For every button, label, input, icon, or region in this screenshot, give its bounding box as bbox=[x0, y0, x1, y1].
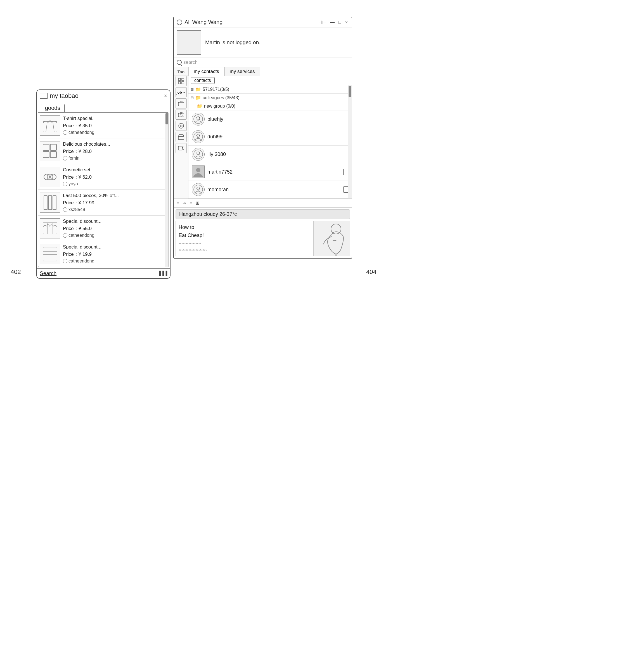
minimize-button[interactable]: — bbox=[329, 20, 336, 25]
toolbar-btn-1[interactable]: ≡ bbox=[177, 201, 179, 206]
sidebar-icon-store[interactable] bbox=[175, 132, 187, 142]
news-title: How to Eat Cheap! bbox=[178, 223, 311, 240]
svg-point-53 bbox=[197, 188, 197, 189]
close-button[interactable]: × bbox=[164, 93, 167, 99]
contact-name: lily 3080 bbox=[207, 152, 348, 157]
svg-point-44 bbox=[199, 135, 200, 136]
toolbar-btn-3[interactable]: ≡ bbox=[190, 201, 192, 206]
contact-group-row[interactable]: ⊟ 📁 colleagues (35/43) bbox=[189, 94, 352, 102]
item-details: Last 500 pieces, 30% off... Price：¥ 17.9… bbox=[63, 192, 119, 213]
contact-name: momoran bbox=[207, 187, 341, 193]
seller-avatar-icon bbox=[63, 259, 67, 263]
svg-point-33 bbox=[182, 125, 182, 126]
item-seller: xsz8548 bbox=[63, 206, 119, 213]
contact-avatar bbox=[192, 148, 205, 161]
contacts-scrollbar[interactable] bbox=[348, 85, 352, 199]
close-button[interactable]: × bbox=[344, 20, 349, 25]
item-details: Special discount... Price：¥ 19.9 catheen… bbox=[63, 244, 101, 264]
item-seller: catheendong bbox=[63, 258, 101, 264]
svg-point-54 bbox=[199, 188, 200, 189]
collapse-icon: ⊟ bbox=[191, 96, 194, 100]
label-404: 404 bbox=[366, 268, 376, 276]
search-input-placeholder[interactable]: search bbox=[184, 59, 349, 65]
items-list: T-shirt special. Price：¥ 35.0 catheendon… bbox=[38, 112, 169, 267]
contact-group-row[interactable]: ⊞ 📁 5719171(3/5) bbox=[189, 85, 352, 94]
contact-row[interactable]: lily 3080 bbox=[189, 146, 352, 163]
list-item[interactable]: Delicious chocolates... Price：¥ 28.0 fom… bbox=[38, 138, 168, 164]
svg-rect-22 bbox=[178, 78, 180, 81]
svg-point-9 bbox=[47, 174, 53, 180]
toolbar-btn-4[interactable]: ⊞ bbox=[196, 200, 199, 206]
svg-point-43 bbox=[197, 135, 197, 136]
svg-point-38 bbox=[197, 116, 200, 119]
sub-tabs-row: contacts bbox=[189, 76, 352, 85]
folder-icon: 📁 bbox=[195, 87, 201, 92]
item-details: T-shirt special. Price：¥ 35.0 catheendon… bbox=[63, 115, 95, 136]
maximize-button[interactable]: □ bbox=[338, 20, 343, 25]
list-item[interactable]: Cosmetic set... Price：¥ 62.0 yoya bbox=[38, 164, 168, 190]
search-bar: Search ▐▐▐ bbox=[37, 268, 170, 278]
items-scrollbar[interactable] bbox=[165, 113, 168, 267]
sidebar-icon-briefcase[interactable] bbox=[175, 98, 187, 108]
goods-tab[interactable]: goods bbox=[41, 104, 64, 112]
news-text: How to Eat Cheap! **************** *****… bbox=[176, 221, 313, 256]
contact-row[interactable]: bluehjy bbox=[189, 110, 352, 128]
list-item[interactable]: Special discount... Price：¥ 19.9 catheen… bbox=[38, 241, 168, 267]
profile-area: Martin is not logged on. bbox=[174, 28, 352, 58]
list-item[interactable]: Special discount... Price：¥ 55.0 catheen… bbox=[38, 215, 168, 241]
svg-point-52 bbox=[197, 187, 200, 190]
svg-rect-0 bbox=[43, 121, 57, 132]
svg-rect-30 bbox=[180, 112, 182, 113]
contact-row[interactable]: martin7752 bbox=[189, 163, 352, 181]
svg-point-32 bbox=[180, 125, 180, 126]
toolbar-btn-2[interactable]: ⇥ bbox=[183, 200, 186, 206]
status-message: Martin is not logged on. bbox=[205, 39, 261, 46]
tab-my-contacts[interactable]: my contacts bbox=[189, 67, 224, 76]
svg-rect-3 bbox=[43, 144, 49, 150]
item-details: Delicious chocolates... Price：¥ 28.0 fom… bbox=[63, 141, 110, 162]
sidebar-icon-video[interactable] bbox=[175, 143, 187, 153]
contact-avatar bbox=[192, 113, 205, 125]
tab-my-services[interactable]: my services bbox=[224, 67, 260, 76]
svg-rect-12 bbox=[48, 196, 52, 210]
svg-rect-4 bbox=[50, 144, 56, 150]
list-item[interactable]: T-shirt special. Price：¥ 35.0 catheendon… bbox=[38, 113, 168, 138]
contacts-area: my contacts my services contacts ⊞ 📁 571… bbox=[189, 67, 352, 199]
svg-point-10 bbox=[51, 174, 56, 180]
sidebar-icon-job[interactable]: job→ bbox=[175, 87, 187, 97]
search-link[interactable]: Search bbox=[40, 270, 158, 276]
contact-avatar bbox=[192, 183, 205, 196]
folder-icon: 📁 bbox=[195, 95, 201, 100]
svg-rect-36 bbox=[178, 146, 182, 150]
news-image bbox=[313, 221, 350, 256]
contact-row[interactable]: momoran bbox=[189, 181, 352, 199]
contact-name: duhl99 bbox=[207, 134, 348, 140]
label-402: 402 bbox=[11, 268, 21, 276]
signal-icon: ▐▐▐ bbox=[158, 271, 167, 276]
sidebar-icon-camera[interactable] bbox=[175, 110, 187, 120]
item-seller: yoya bbox=[63, 180, 94, 187]
sub-tab-contacts[interactable]: contacts bbox=[191, 77, 215, 84]
item-thumbnail bbox=[40, 193, 60, 213]
pin-button[interactable]: ⊣⊢ bbox=[317, 19, 327, 25]
bottom-toolbar: ≡ ⇥ ≡ ⊞ bbox=[174, 199, 352, 208]
tabs-row: my contacts my services bbox=[189, 67, 352, 76]
news-stars-2: ******************** bbox=[178, 248, 311, 254]
sidebar-icon-mask[interactable] bbox=[175, 121, 187, 131]
contact-row[interactable]: duhl99 bbox=[189, 128, 352, 146]
scrollbar-thumb bbox=[165, 113, 168, 124]
svg-point-48 bbox=[199, 153, 200, 153]
item-price: Price：¥ 62.0 bbox=[63, 173, 94, 181]
svg-point-40 bbox=[199, 117, 200, 118]
item-thumbnail bbox=[40, 141, 60, 161]
contact-name: bluehjy bbox=[207, 116, 348, 122]
left-panel-title: my taobao bbox=[50, 92, 164, 100]
sidebar-icon-grid[interactable] bbox=[175, 76, 187, 86]
contact-avatar bbox=[192, 130, 205, 143]
svg-point-8 bbox=[44, 174, 49, 180]
contact-group-row[interactable]: 📁 new group (0/0) bbox=[189, 102, 352, 110]
refresh-icon bbox=[177, 19, 182, 25]
group-label: new group (0/0) bbox=[204, 104, 236, 109]
seller-avatar-icon bbox=[63, 233, 67, 238]
list-item[interactable]: Last 500 pieces, 30% off... Price：¥ 17.9… bbox=[38, 190, 168, 215]
